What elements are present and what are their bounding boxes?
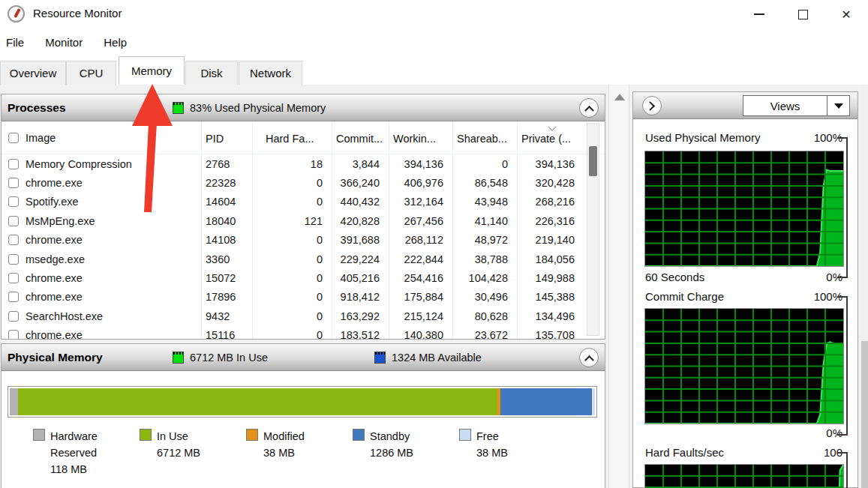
menu-bar: FileMonitorHelp: [0, 28, 868, 56]
process-checkbox[interactable]: [8, 235, 19, 245]
process-checkbox[interactable]: [8, 292, 19, 302]
process-checkbox[interactable]: [8, 273, 19, 283]
process-checkbox[interactable]: [8, 311, 19, 322]
graphs-toolbar: Views: [633, 92, 857, 119]
chevron-up-icon: [584, 105, 594, 115]
tab-memory[interactable]: Memory: [119, 56, 185, 85]
table-row[interactable]: chrome.exe178960918,412175,88430,496145,…: [2, 288, 605, 307]
cell-hard_faults: 18: [253, 154, 332, 173]
column-header-shareable[interactable]: Shareab...: [453, 121, 518, 154]
cell-pid: 9432: [202, 307, 253, 325]
physical-memory-title: Physical Memory: [2, 351, 103, 364]
menu-file[interactable]: File: [6, 33, 35, 52]
process-checkbox[interactable]: [8, 330, 19, 339]
cell-commit: 3,844: [332, 154, 389, 173]
minimize-icon: [754, 13, 764, 15]
graph3-title: Hard Faults/sec: [645, 446, 724, 459]
views-dropdown-arrow[interactable]: [827, 96, 849, 115]
tab-overview[interactable]: Overview: [0, 61, 66, 85]
table-row[interactable]: Spotify.exe146040440,432312,16443,948268…: [2, 193, 605, 211]
legend-label: Free38 MB: [476, 428, 551, 478]
column-header-working[interactable]: Workin...: [389, 121, 453, 154]
process-checkbox[interactable]: [8, 216, 19, 226]
process-table-body: Memory Compression2768183,844394,1360394…: [2, 154, 605, 339]
graph3-scale-bracket: [837, 452, 848, 488]
cell-hard_faults: 0: [253, 326, 332, 339]
cell-private: 268,216: [518, 193, 584, 211]
process-table-scrollbar[interactable]: [587, 123, 599, 336]
cell-commit: 440,432: [332, 193, 389, 211]
cell-hard_faults: 0: [253, 288, 332, 307]
cell-image: MsMpEng.exe: [2, 211, 202, 230]
column-header-image[interactable]: Image: [2, 121, 202, 154]
select-all-checkbox[interactable]: [8, 133, 19, 143]
cell-pid: 2768: [202, 154, 253, 173]
tab-cpu[interactable]: CPU: [66, 61, 116, 85]
table-row[interactable]: SearchHost.exe94320163,292215,12480,6281…: [2, 307, 605, 325]
column-header-pid[interactable]: PID: [202, 121, 253, 154]
cell-private: 149,988: [518, 268, 584, 287]
window-title: Resource Monitor: [33, 7, 122, 19]
cell-working: 267,456: [389, 211, 453, 230]
menu-help[interactable]: Help: [104, 33, 137, 52]
physical-memory-section-header[interactable]: Physical Memory 6712 MB In Use 1324 MB A…: [2, 344, 605, 371]
process-checkbox[interactable]: [8, 178, 19, 188]
cell-working: 394,136: [389, 154, 453, 173]
scrollbar-thumb[interactable]: [861, 341, 868, 488]
collapse-graphs-button[interactable]: [642, 96, 662, 115]
table-row[interactable]: MsMpEng.exe18040121420,828267,45641,1402…: [2, 211, 605, 230]
collapse-physical-memory-button[interactable]: [579, 348, 599, 367]
cell-hard_faults: 121: [253, 211, 332, 230]
menu-monitor[interactable]: Monitor: [45, 33, 93, 52]
minimize-button[interactable]: [737, 0, 781, 28]
table-row[interactable]: chrome.exe223280366,240406,97686,548320,…: [2, 173, 605, 192]
cell-pid: 14108: [202, 231, 253, 250]
table-row[interactable]: chrome.exe151160183,512140,38023,672135,…: [2, 326, 605, 339]
cell-shareable: 30,496: [453, 288, 518, 307]
table-row[interactable]: chrome.exe141080391,688268,11248,972219,…: [2, 231, 605, 250]
close-icon: ✕: [841, 7, 851, 22]
tab-disk[interactable]: Disk: [185, 61, 238, 85]
maximize-button[interactable]: [781, 0, 824, 28]
legend-swatch: [459, 429, 471, 441]
views-label: Views: [743, 96, 827, 115]
legend-swatch: [246, 429, 258, 441]
cell-shareable: 41,140: [453, 211, 518, 230]
process-checkbox[interactable]: [8, 196, 19, 207]
cell-hard_faults: 0: [253, 307, 332, 325]
legend-label: In Use6712 MB: [157, 428, 232, 478]
column-header-hard_faults[interactable]: Hard Fa...: [253, 121, 332, 154]
tab-network[interactable]: Network: [239, 61, 302, 85]
scrollbar-thumb[interactable]: [589, 146, 597, 176]
cell-hard_faults: 0: [253, 268, 332, 287]
graph2-title: Commit Charge: [645, 290, 724, 303]
table-row[interactable]: Memory Compression2768183,844394,1360394…: [2, 154, 605, 173]
legend-swatch: [140, 429, 152, 441]
column-header-commit[interactable]: Commit...: [332, 121, 389, 154]
cell-private: 184,056: [518, 250, 584, 268]
resource-monitor-window: { "window": { "title": "Resource Monitor…: [0, 0, 868, 488]
left-pane-scrollbar[interactable]: [608, 85, 629, 488]
table-row[interactable]: chrome.exe150720405,216254,416104,428149…: [2, 268, 605, 287]
collapse-processes-button[interactable]: [579, 98, 599, 118]
table-row[interactable]: msedge.exe33600229,224222,84438,788184,0…: [2, 250, 605, 268]
legend-item-free: Free38 MB: [459, 428, 566, 478]
graphs-panel: Views Used Physical Memory 100% 60 Secon…: [632, 91, 858, 488]
views-dropdown[interactable]: Views: [743, 95, 850, 116]
cell-commit: 420,828: [332, 211, 389, 230]
close-button[interactable]: ✕: [824, 0, 868, 28]
cell-shareable: 0: [453, 154, 518, 173]
cell-shareable: 80,628: [453, 307, 518, 325]
cell-working: 254,416: [389, 268, 453, 287]
graphs-panel-scrollbar[interactable]: [860, 85, 868, 488]
cell-pid: 14604: [202, 193, 253, 211]
legend-swatch: [353, 429, 365, 441]
processes-section-header[interactable]: Processes 83% Used Physical Memory: [2, 94, 605, 121]
cell-shareable: 104,428: [453, 268, 518, 287]
cell-shareable: 23,672: [453, 326, 518, 339]
process-checkbox[interactable]: [8, 159, 19, 169]
process-checkbox[interactable]: [8, 254, 19, 265]
process-image-name: chrome.exe: [26, 234, 83, 246]
scroll-up-arrow-icon[interactable]: [614, 94, 625, 100]
column-header-label: Image: [26, 132, 56, 144]
